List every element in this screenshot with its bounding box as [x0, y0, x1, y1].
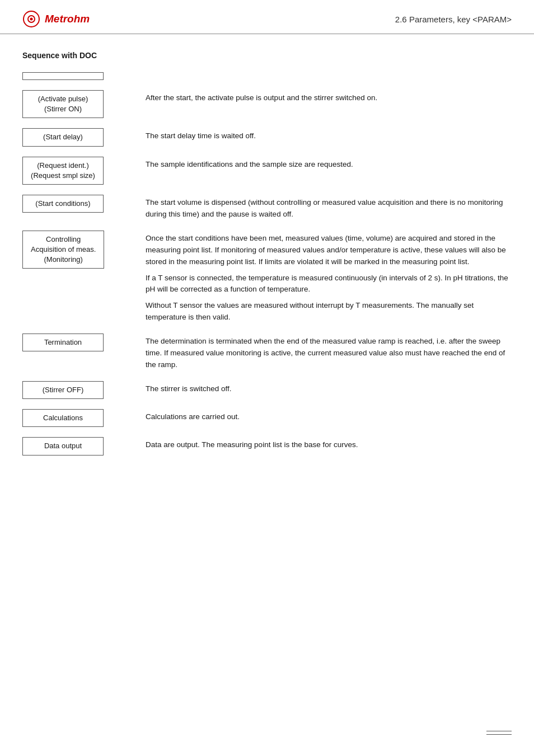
step-box-col: ControllingAcquisition of meas.(Monitori… [22, 231, 146, 269]
step-box-col: (Activate pulse)(Stirrer ON) [22, 90, 146, 118]
step-box-col: (Stirrer OFF) [22, 381, 146, 399]
step-box-col: (Start delay) [22, 128, 146, 146]
step-box: ControllingAcquisition of meas.(Monitori… [22, 231, 104, 269]
step-box: (Start delay) [22, 128, 104, 146]
step-description: The start delay time is waited off. [146, 128, 512, 142]
step-box [22, 72, 104, 80]
header-title: 2.6 Parameters, key <PARAM> [395, 15, 512, 24]
step-description: Data are output. The measuring point lis… [146, 437, 512, 451]
svg-point-2 [30, 18, 33, 21]
step-box-col: (Start conditions) [22, 195, 146, 213]
step-box: (Stirrer OFF) [22, 381, 104, 399]
step-description [146, 72, 512, 74]
step-box-col [22, 72, 146, 80]
logo-text: Metrohm [45, 13, 90, 25]
step-box: Data output [22, 437, 104, 455]
step-box: Calculations [22, 409, 104, 427]
logo: Metrohm [22, 10, 90, 28]
footer-decoration [486, 731, 512, 735]
sequence-row: (Start delay)The start delay time is wai… [22, 128, 512, 146]
page-content: Sequence with DOC (Activate pulse)(Stirr… [0, 34, 534, 488]
sequence-row: (Start conditions)The start volume is di… [22, 195, 512, 220]
step-description: Once the start conditions have been met,… [146, 231, 512, 323]
sequence-row: Data outputData are output. The measurin… [22, 437, 512, 455]
step-box: Termination [22, 334, 104, 351]
sequence-row: ControllingAcquisition of meas.(Monitori… [22, 231, 512, 323]
step-description: The determination is terminated when the… [146, 334, 512, 371]
page-header: Metrohm 2.6 Parameters, key <PARAM> [0, 0, 534, 34]
steps-container: (Activate pulse)(Stirrer ON)After the st… [22, 72, 512, 456]
footer-line-1 [486, 731, 512, 731]
metrohm-logo-icon [22, 10, 40, 28]
step-box: (Request ident.)(Request smpl size) [22, 157, 104, 185]
step-description: The stirrer is switched off. [146, 381, 512, 395]
sequence-row: (Activate pulse)(Stirrer ON)After the st… [22, 90, 512, 118]
step-box: (Start conditions) [22, 195, 104, 213]
step-description: The start volume is dispensed (without c… [146, 195, 512, 220]
sequence-row [22, 72, 512, 80]
step-box: (Activate pulse)(Stirrer ON) [22, 90, 104, 118]
step-box-col: (Request ident.)(Request smpl size) [22, 157, 146, 185]
footer-line-2 [486, 734, 512, 735]
step-box-col: Calculations [22, 409, 146, 427]
step-description: Calculations are carried out. [146, 409, 512, 423]
sequence-row: CalculationsCalculations are carried out… [22, 409, 512, 427]
sequence-row: TerminationThe determination is terminat… [22, 334, 512, 371]
sequence-row: (Stirrer OFF)The stirrer is switched off… [22, 381, 512, 399]
step-box-col: Termination [22, 334, 146, 351]
sequence-row: (Request ident.)(Request smpl size)The s… [22, 157, 512, 185]
step-description: The sample identifications and the sampl… [146, 157, 512, 171]
section-title: Sequence with DOC [22, 51, 512, 60]
step-description: After the start, the activate pulse is o… [146, 90, 512, 104]
step-box-col: Data output [22, 437, 146, 455]
